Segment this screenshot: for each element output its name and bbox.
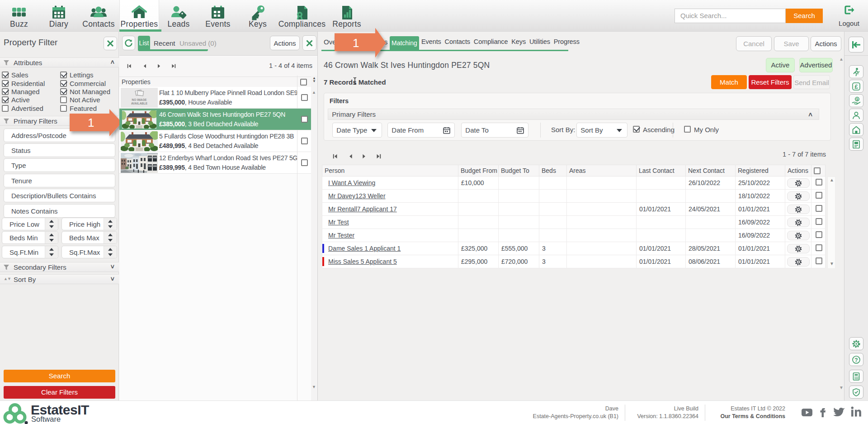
svg-text:AVAILABLE: AVAILABLE bbox=[131, 102, 148, 105]
svg-text:?: ? bbox=[854, 357, 858, 363]
svg-text:NO IMAGE: NO IMAGE bbox=[132, 98, 147, 101]
svg-text:£: £ bbox=[854, 83, 858, 90]
svg-text:$: $ bbox=[856, 97, 859, 101]
